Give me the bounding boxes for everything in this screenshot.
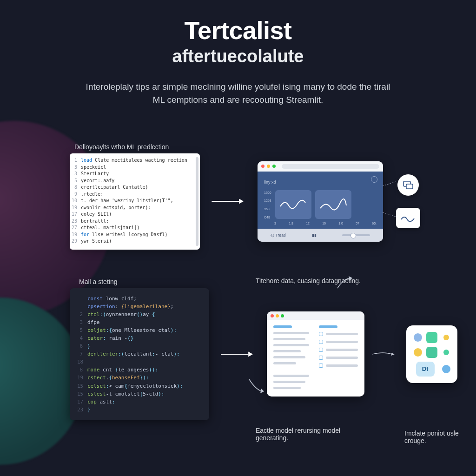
connector-line — [383, 182, 396, 186]
code-line: 19 cwonlir ectspid, porter): — [70, 205, 195, 212]
x-axis-ticks: 31.812101.05760. — [264, 222, 377, 225]
code-line: const lonw cldf; — [77, 295, 202, 303]
scrollbar[interactable] — [196, 157, 198, 246]
window-chrome — [258, 161, 383, 172]
connector-line — [383, 212, 396, 217]
code-line: 8 crertlcipatarl Cantatle) — [70, 184, 195, 191]
minimize-icon[interactable] — [267, 165, 270, 168]
minimize-icon[interactable] — [276, 314, 279, 317]
wave-icon — [396, 208, 420, 228]
output-cluster: Df — [406, 325, 457, 383]
code-line: 5 coljet:{one Mlleestore ctal): — [77, 326, 202, 334]
y-axis-ticks: 15001258958C48 — [264, 190, 271, 219]
code-line: 8mode cnt {le angeses(): — [77, 366, 202, 374]
svg-marker-8 — [391, 353, 395, 356]
code-line: 18 — [77, 358, 202, 366]
code-line: 29ywr Stersi) — [70, 238, 195, 245]
row2-left-label: Mall a steting — [79, 278, 117, 285]
callout-icons — [396, 174, 420, 228]
code-line: 6} — [77, 342, 202, 350]
chart-heading: liny xd — [264, 180, 276, 185]
pointer-arrow-icon — [335, 274, 353, 293]
svg-marker-4 — [349, 276, 352, 281]
tile-icon — [426, 347, 437, 358]
browser-mock: liny xd 15001258958C48 31.812101.05760. … — [258, 161, 383, 242]
code-line: 27ctteal. martlsjtari]) — [70, 225, 195, 231]
maximize-icon[interactable] — [281, 314, 284, 317]
code-line: 17 coley SLIl) — [70, 211, 195, 218]
code-line: 3StertLarty — [70, 171, 195, 178]
code-line: 15 cslest-t cmotstel{5-cld): — [77, 390, 202, 398]
browser-footer: ◎ Treatl ▮▮ — [258, 229, 383, 242]
code-line: 19 cstect.{heanseFef}): — [77, 374, 202, 382]
bar-chart-icon: ▮▮ — [312, 233, 317, 238]
code-line: cpsertion: {ligemalerilane}; — [77, 303, 202, 311]
maximize-icon[interactable] — [272, 165, 276, 168]
document-mock — [267, 311, 364, 397]
dot-icon — [443, 335, 449, 340]
row2-bot-label: Eactle model rerursing model generating. — [256, 427, 349, 442]
code-line: 5yecort:.aafy — [70, 178, 195, 185]
code-editor-light: 1load Clate mectitalees wacting rection3… — [70, 153, 200, 250]
arrow-icon — [220, 349, 253, 360]
code-line: 2ctol:(oynzennenr()ay { — [77, 311, 202, 318]
dot-icon — [442, 365, 450, 373]
pointer-arrow-icon — [246, 377, 265, 395]
arrow-icon — [372, 349, 395, 360]
page-subtitle: aftertuecolalute — [0, 46, 476, 66]
code-line: 3speckeicl — [70, 164, 195, 171]
svg-rect-3 — [406, 184, 413, 189]
close-icon[interactable] — [271, 314, 274, 317]
info-icon[interactable] — [371, 176, 377, 183]
tile-icon — [426, 332, 437, 343]
address-bar[interactable] — [282, 164, 379, 169]
doc-column-right — [319, 325, 358, 389]
flow-row-2: Mall a steting Titehore data, cuasing da… — [0, 288, 476, 420]
doc-column-left — [273, 325, 312, 389]
close-icon[interactable] — [261, 165, 264, 168]
slider[interactable] — [342, 234, 370, 236]
page-title: Tertcalist — [0, 16, 476, 45]
code-line: 17 cop astl: — [77, 398, 202, 406]
page-description: Interoleplaly tips ar simple meclning wi… — [85, 80, 391, 106]
svg-marker-1 — [239, 199, 244, 204]
code-editor-dark: const lonw cldf;cpsertion: {ligemalerila… — [70, 288, 209, 420]
window-chrome — [267, 311, 364, 320]
chat-window-icon — [397, 174, 419, 196]
code-line: 1load Clate mectitalees wacting rection — [70, 157, 195, 164]
dataframe-icon: Df — [416, 362, 435, 377]
svg-marker-7 — [248, 351, 253, 357]
code-line: 19for llse writesl lcoryng Dasfl) — [70, 231, 195, 238]
code-line: 15 celset:< cam{femycclottonsick): — [77, 382, 202, 390]
arrow-icon — [211, 196, 244, 207]
row2-right-label: Imclate poniot usle crouge. — [404, 430, 465, 444]
code-line: 23 bertrattl: — [70, 218, 195, 225]
row1-label: Delloyoaylts wtho ML predlcction — [74, 143, 169, 151]
dot-icon — [414, 348, 422, 357]
dot-icon — [414, 333, 422, 342]
dot-icon — [443, 350, 449, 355]
flow-row-1: Delloyoaylts wtho ML predlcction 1load C… — [0, 153, 476, 250]
chart-panel-1 — [275, 190, 311, 219]
code-line: 9 .rtedle: — [70, 191, 195, 198]
hero: Tertcalist aftertuecolalute Interoleplal… — [0, 0, 476, 106]
code-line: 7dentlerter:(lecatlant:- clat): — [77, 350, 202, 358]
code-line: 23} — [77, 406, 202, 414]
code-line: 3 dfpe — [77, 318, 202, 326]
chart-panel-2 — [315, 190, 351, 219]
code-line: 4 cater: rain -{} — [77, 334, 202, 342]
svg-marker-5 — [260, 389, 264, 393]
code-line: 10 t. der haw 'wezriny litstler(T'", — [70, 198, 195, 205]
